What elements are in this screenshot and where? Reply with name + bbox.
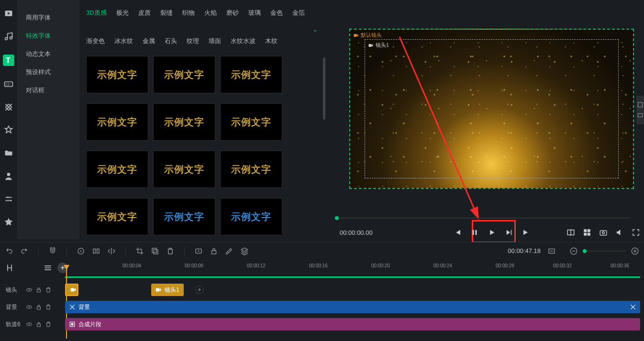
adjust-icon[interactable] [4,194,13,204]
video-icon[interactable] [4,9,13,18]
pause-button[interactable] [470,228,479,237]
volume-icon[interactable] [615,228,624,237]
next-frame-button[interactable] [522,228,531,237]
tab-texture[interactable]: 纹理 [187,37,199,45]
record-icon[interactable] [194,247,203,255]
fit-icon[interactable] [547,247,556,255]
thumb[interactable]: 示例文字 [86,151,148,188]
layers-icon[interactable] [240,247,249,255]
thumb[interactable]: 示例文字 [86,103,148,141]
edit-icon[interactable] [225,247,233,255]
eye-icon[interactable] [26,304,33,310]
thumb[interactable]: 示例文字 [153,198,215,235]
thumb[interactable]: 示例文字 [153,56,215,93]
plugin-icon[interactable] [4,125,13,135]
inner-frame[interactable]: 镜头1 [365,39,619,178]
trash-icon[interactable] [45,286,52,293]
thumb[interactable]: 示例文字 [220,103,282,141]
zoom-out-icon[interactable] [569,247,578,255]
copy-icon[interactable] [151,247,159,255]
compare-icon[interactable] [566,228,575,237]
tab-stone[interactable]: 石头 [165,37,177,45]
trash-icon[interactable] [45,304,52,310]
fullscreen-icon[interactable] [632,228,640,237]
cat-dialog[interactable]: 对话框 [17,81,79,99]
time-ruler[interactable]: 00:00:04 00:00:08 00:00:12 00:00:16 00:0… [65,263,644,275]
play-button[interactable] [488,228,496,237]
collapse-icon[interactable] [5,263,14,273]
cat-preset[interactable]: 预设样式 [17,63,79,81]
mirror-icon[interactable] [107,247,116,255]
list-icon[interactable] [43,263,53,273]
thumb[interactable]: 示例文字 [86,198,148,235]
snapshot-icon[interactable] [599,228,608,237]
add-clip-button[interactable]: + [195,286,204,294]
prev-frame-button[interactable] [453,228,462,237]
thumb[interactable]: 示例文字 [220,56,282,93]
tab-leather[interactable]: 皮质 [138,9,151,17]
thumb[interactable]: 示例文字 [153,103,215,141]
preview-canvas[interactable]: 默认镜头 镜头1 [349,29,634,189]
music-icon[interactable] [4,32,13,41]
thumb[interactable]: 示例文字 [86,56,148,93]
work-area[interactable] [65,276,640,278]
comp-clip[interactable]: 合成片段 [65,318,640,330]
tab-foil[interactable]: 金箔 [292,9,305,17]
lock-icon[interactable] [35,321,42,328]
tab-ice[interactable]: 冰水纹 [114,37,133,45]
tab-crack[interactable]: 裂缝 [160,9,173,17]
shot-marker[interactable] [65,284,78,296]
zoom-in-icon[interactable] [631,247,639,255]
chevron-down-icon[interactable]: ⌄ [312,26,327,33]
tab-wood[interactable]: 木纹 [265,37,278,45]
tab-fabric[interactable]: 织物 [182,9,195,17]
lock-icon[interactable] [210,247,218,255]
shot-clip[interactable]: 镜头1 [151,284,184,296]
svg-rect-26 [97,249,100,253]
person-icon[interactable] [4,171,13,181]
tab-glass[interactable]: 玻璃 [248,9,261,17]
cc-icon[interactable]: CC [4,79,13,89]
tab-wall[interactable]: 墙面 [209,37,221,45]
thumb[interactable]: 示例文字 [220,151,282,188]
texture-icon[interactable] [4,102,13,112]
lock-icon[interactable] [35,286,42,293]
drawer-icon[interactable] [637,112,644,119]
right-drawer[interactable] [636,96,644,124]
drawer-icon[interactable] [637,101,644,108]
lock-icon[interactable] [35,304,42,310]
star-icon[interactable] [4,217,13,227]
thumb[interactable]: 示例文字 [220,198,282,235]
tab-frosted[interactable]: 磨砂 [226,9,239,17]
tab-metal[interactable]: 金属 [143,37,155,45]
tab-flame[interactable]: 火焰 [204,9,217,17]
step-button[interactable] [505,228,513,237]
cat-animated[interactable]: 动态文本 [17,45,79,63]
split-icon[interactable] [92,247,100,255]
bg-clip[interactable]: 背景 [65,301,640,313]
eye-icon[interactable] [26,321,33,328]
undo-icon[interactable] [5,247,13,255]
tab-gold[interactable]: 金色 [270,9,283,17]
trash-icon[interactable] [45,321,52,328]
tab-water[interactable]: 水纹水波 [231,37,255,45]
cat-effect[interactable]: 特效字体 [17,27,79,45]
target-icon[interactable] [77,247,85,255]
delete-icon[interactable] [166,247,175,255]
outer-clip-label: 默认镜头 [353,32,382,39]
preview-scrubber[interactable] [335,218,630,219]
tab-aurora[interactable]: 极光 [116,9,129,17]
folder-icon[interactable] [4,148,13,158]
eye-icon[interactable] [26,286,33,293]
thumb[interactable]: 示例文字 [153,151,215,188]
tab-3d[interactable]: 3D质感 [86,9,107,17]
text-icon[interactable]: T [3,55,14,66]
redo-icon[interactable] [20,247,29,255]
scrollbar[interactable] [323,57,325,120]
grid-icon[interactable] [583,228,591,237]
magnet-icon[interactable] [48,247,57,255]
zoom-slider[interactable] [583,251,626,252]
tab-gradient[interactable]: 渐变色 [86,37,105,45]
cat-commercial[interactable]: 商用字体 [17,9,79,27]
crop-icon[interactable] [135,247,144,255]
